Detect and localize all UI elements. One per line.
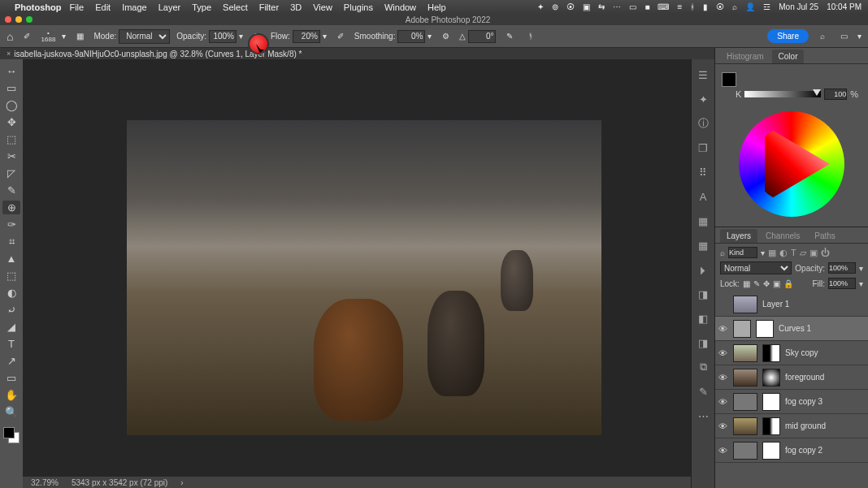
zoom-tool[interactable]: 🔍 — [2, 405, 20, 419]
layer-thumb[interactable] — [733, 369, 757, 387]
share-button[interactable]: Share — [767, 29, 809, 43]
dock-icon[interactable]: ▦ — [696, 238, 710, 253]
smoothing-input[interactable] — [397, 30, 425, 43]
color-wheel[interactable] — [739, 111, 844, 217]
menubar-time[interactable]: 10:04 PM — [827, 2, 861, 11]
layer-mask-thumb[interactable] — [762, 417, 780, 435]
frame-tool[interactable]: ✂ — [2, 149, 20, 163]
marquee-tool[interactable]: ▭ — [2, 81, 20, 95]
fill-drop-icon[interactable]: ▾ — [859, 279, 863, 288]
menubar-badge-icon[interactable]: ■ — [644, 2, 649, 11]
lasso-tool[interactable]: ◯ — [2, 98, 20, 112]
search-icon[interactable]: ⌕ — [815, 29, 830, 44]
smoothing-dropdown-icon[interactable]: ▾ — [427, 32, 432, 41]
history-brush-tool[interactable]: ⌗ — [2, 235, 20, 248]
workspace-icon[interactable]: ▭ — [836, 29, 851, 44]
layer-row[interactable]: Layer 1 — [715, 292, 868, 317]
path-select-tool[interactable]: ↗ — [2, 354, 20, 368]
eyedropper-tool[interactable]: ◸ — [2, 166, 20, 180]
opacity-input[interactable] — [209, 30, 237, 43]
hand-tool[interactable]: ✋ — [2, 388, 20, 402]
eraser-tool[interactable]: ▲ — [2, 252, 20, 266]
menu-3d[interactable]: 3D — [290, 2, 302, 12]
menubar-cc-icon[interactable]: ⊚ — [552, 2, 558, 11]
layer-name[interactable]: fog copy 3 — [785, 397, 822, 406]
layer-row[interactable]: 👁 Curves 1 — [715, 317, 868, 341]
opacity-drop-icon[interactable]: ▾ — [859, 264, 863, 273]
clone-stamp-tool[interactable]: ✑ — [2, 218, 20, 231]
app-name[interactable]: Photoshop — [15, 2, 61, 12]
visibility-toggle[interactable]: 👁 — [718, 421, 728, 431]
menubar-arrows-icon[interactable]: ⇆ — [598, 2, 605, 11]
visibility-toggle[interactable]: 👁 — [718, 324, 728, 334]
dock-icon[interactable]: ⠿ — [696, 165, 710, 179]
document-image[interactable] — [127, 120, 601, 435]
layer-thumb[interactable] — [733, 296, 757, 313]
gradient-tool[interactable]: ⬚ — [2, 269, 20, 283]
filter-pixel-icon[interactable]: ▦ — [768, 248, 776, 258]
blend-mode-select[interactable]: Normal — [119, 29, 170, 44]
flow-input[interactable] — [293, 30, 320, 43]
angle-icon[interactable]: △ — [459, 32, 466, 41]
blur-tool[interactable]: ◐ — [2, 286, 20, 300]
layer-mask-thumb[interactable] — [762, 369, 780, 387]
type-tool[interactable]: T — [2, 337, 20, 351]
layer-mask-thumb[interactable] — [762, 393, 780, 411]
menu-filter[interactable]: Filter — [259, 2, 279, 12]
menubar-control-center-icon[interactable]: ☲ — [763, 2, 770, 11]
adjustment-icon[interactable] — [733, 320, 751, 338]
filter-dropdown-icon[interactable]: ▾ — [761, 248, 765, 257]
dock-icon[interactable]: ⏵ — [696, 262, 710, 277]
menubar-sliders-icon[interactable]: ≡ — [677, 2, 682, 11]
filter-toggle-icon[interactable]: ⏻ — [821, 248, 830, 258]
layer-name[interactable]: foreground — [785, 373, 824, 382]
tab-layers[interactable]: Layers — [720, 229, 757, 243]
filter-type-icon[interactable]: T — [791, 248, 796, 258]
menubar-keys-icon[interactable]: ⌨ — [658, 2, 669, 11]
brush-panel-icon[interactable]: ▦ — [72, 29, 87, 44]
layer-thumb[interactable] — [733, 344, 757, 362]
layer-row[interactable]: 👁 fog copy 2 — [715, 438, 868, 463]
tab-color[interactable]: Color — [772, 50, 805, 63]
zoom-readout[interactable]: 32.79% — [31, 478, 59, 487]
dock-icon[interactable]: ❐ — [696, 140, 710, 155]
menubar-display-icon[interactable]: ▭ — [629, 2, 636, 11]
dock-icon[interactable]: ◨ — [696, 335, 710, 350]
menu-layer[interactable]: Layer — [158, 2, 181, 12]
menu-help[interactable]: Help — [427, 2, 446, 12]
filter-adjust-icon[interactable]: ◐ — [779, 248, 788, 258]
smoothing-gear-icon[interactable]: ⚙ — [438, 29, 453, 44]
home-icon[interactable]: ⌂ — [7, 30, 13, 43]
workspace-dropdown-icon[interactable]: ▾ — [857, 32, 861, 41]
dock-icon[interactable]: ⓘ — [696, 116, 710, 131]
menu-edit[interactable]: Edit — [95, 2, 111, 12]
layer-opacity-input[interactable] — [828, 262, 856, 274]
filter-kind-input[interactable] — [728, 247, 757, 258]
dock-icon[interactable]: ✦ — [696, 92, 710, 106]
lock-artboard-icon[interactable]: ▣ — [773, 279, 780, 288]
crop-tool[interactable]: ⬚ — [2, 132, 20, 146]
k-value-input[interactable] — [824, 89, 847, 100]
color-swatches[interactable] — [3, 427, 20, 443]
lock-position-icon[interactable]: ✥ — [763, 279, 770, 288]
menu-select[interactable]: Select — [223, 2, 248, 12]
pressure-size-icon[interactable]: ✎ — [502, 29, 517, 44]
visibility-toggle[interactable]: 👁 — [718, 348, 728, 358]
menu-image[interactable]: Image — [122, 2, 147, 12]
menu-file[interactable]: File — [69, 2, 84, 12]
pen-tool[interactable]: ◢ — [2, 320, 20, 334]
layer-name[interactable]: mid ground — [785, 421, 826, 430]
k-slider-track[interactable] — [744, 91, 821, 97]
brush-tool-icon[interactable]: ✐ — [20, 29, 34, 44]
fill-input[interactable] — [828, 278, 856, 289]
tab-channels[interactable]: Channels — [759, 229, 806, 243]
menubar-date[interactable]: Mon Jul 25 — [779, 2, 818, 11]
layer-row[interactable]: 👁 mid ground — [715, 414, 868, 438]
k-slider-thumb[interactable] — [813, 89, 821, 96]
layer-name[interactable]: Curves 1 — [779, 324, 811, 333]
healing-tool[interactable]: ✎ — [2, 184, 20, 197]
airbrush-icon[interactable]: ✐ — [333, 29, 348, 44]
menu-view[interactable]: View — [313, 2, 332, 12]
dock-icon[interactable]: ✎ — [696, 384, 710, 399]
menubar-ornament-icon[interactable]: ✦ — [537, 2, 544, 11]
